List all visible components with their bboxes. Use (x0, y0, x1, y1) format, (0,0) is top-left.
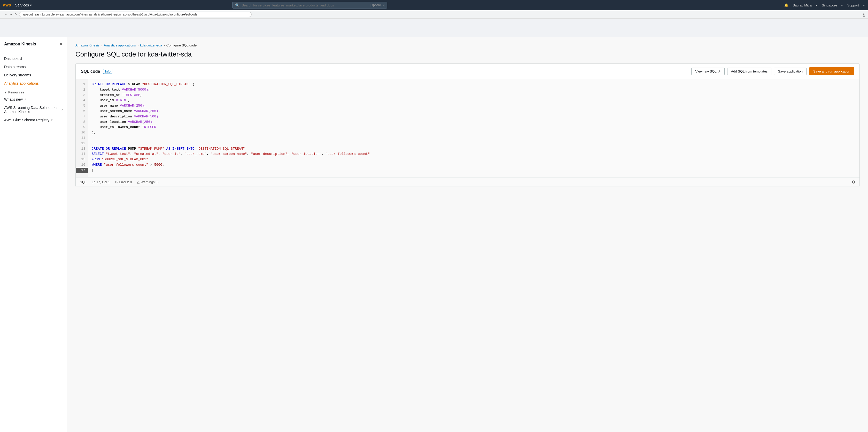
sidebar-resources-section: ▼ Resources (0, 88, 67, 95)
services-menu-button[interactable]: Services ▾ (15, 3, 32, 7)
region-chevron-icon: ▾ (841, 3, 843, 7)
sidebar-dashboard-label: Dashboard (4, 57, 22, 61)
browser-nav-arrows[interactable]: ← → ↻ (4, 13, 17, 16)
breadcrumb-sep-1: › (101, 43, 102, 47)
breadcrumb: Amazon Kinesis › Analytics applications … (75, 43, 860, 47)
code-line-11 (92, 135, 856, 141)
search-input[interactable] (242, 3, 368, 7)
page-info-icon[interactable]: ℹ (863, 12, 865, 18)
code-content[interactable]: CREATE OR REPLACE STREAM "DESTINATION_SQ… (88, 79, 860, 177)
sidebar-item-aws-streaming[interactable]: AWS Streaming Data Solution for Amazon K… (0, 103, 67, 116)
support-chevron-icon: ▾ (863, 3, 865, 7)
breadcrumb-analytics[interactable]: Analytics applications (104, 43, 136, 47)
footer-warnings: △ Warnings: 0 (137, 180, 158, 184)
sidebar-title: Amazon Kinesis (4, 42, 36, 46)
add-sql-templates-button[interactable]: Add SQL from templates (727, 68, 772, 75)
editor-title-group: SQL code Info (81, 69, 113, 74)
footer-language: SQL (80, 180, 87, 184)
external-link-icon: ↗ (51, 119, 53, 122)
breadcrumb-kinesis[interactable]: Amazon Kinesis (75, 43, 99, 47)
support-menu[interactable]: Support (847, 3, 859, 7)
reload-icon[interactable]: ↻ (14, 13, 17, 16)
view-raw-sql-button[interactable]: View raw SQL ↗ (691, 68, 724, 75)
code-line-6: user_screen_name VARCHAR(256), (92, 109, 856, 114)
aws-logo[interactable]: aws (3, 3, 11, 7)
editor-footer: SQL Ln 17, Col 1 ⊘ Errors: 0 △ Warnings:… (76, 177, 860, 187)
nav-right-group: 🔔 Saurav Mitra ▾ Singapore ▾ Support ▾ (784, 3, 865, 7)
editor-title: SQL code (81, 69, 100, 74)
code-line-13: CREATE OR REPLACE PUMP "STREAM_PUMP" AS … (92, 146, 856, 152)
url-input[interactable]: ap-southeast-1.console.aws.amazon.com/ki… (19, 12, 252, 17)
settings-gear-icon[interactable]: ⚙ (852, 179, 855, 185)
save-run-application-button[interactable]: Save and run application (809, 67, 854, 75)
editor-header: SQL code Info View raw SQL ↗ Add SQL fro… (76, 64, 860, 79)
global-search-bar[interactable]: 🔍 [Option+S] (232, 2, 387, 8)
save-application-button[interactable]: Save application (774, 68, 806, 75)
sidebar-item-whats-new[interactable]: What's new ↗ (0, 95, 67, 103)
search-shortcut: [Option+S] (370, 3, 384, 7)
code-line-12 (92, 141, 856, 146)
code-line-17: | (92, 168, 856, 173)
breadcrumb-sep-3: › (163, 43, 164, 47)
code-editor[interactable]: 1 2 3 4 5 6 7 8 9 10 11 12 13 14 15 16 1 (76, 79, 860, 177)
code-line-3: created_at TIMESTAMP, (92, 93, 856, 98)
top-navigation: aws Services ▾ 🔍 [Option+S] 🔔 Saurav Mit… (0, 0, 868, 10)
sidebar-item-data-streams[interactable]: Data streams (0, 63, 67, 71)
code-line-16: WHERE "user_followers_count" > 5000; (92, 162, 856, 168)
editor-footer-left: SQL Ln 17, Col 1 ⊘ Errors: 0 △ Warnings:… (80, 180, 159, 184)
code-line-10: ); (92, 130, 856, 135)
editor-card: SQL code Info View raw SQL ↗ Add SQL fro… (75, 64, 860, 187)
external-link-icon: ↗ (60, 108, 63, 111)
code-line-2: tweet_text VARCHAR(5000), (92, 87, 856, 93)
page-title: Configure SQL code for kda-twitter-sda (75, 50, 860, 58)
code-line-14: SELECT "tweet_text", "created_at", "user… (92, 152, 856, 157)
external-link-icon: ↗ (24, 98, 26, 101)
sidebar: Amazon Kinesis ✕ Dashboard Data streams … (0, 37, 67, 432)
external-link-icon: ↗ (718, 69, 721, 73)
sidebar-data-streams-label: Data streams (4, 65, 26, 69)
region-menu[interactable]: Singapore (822, 3, 837, 7)
breadcrumb-app[interactable]: kda-twitter-sda (140, 43, 162, 47)
services-chevron-icon: ▾ (30, 3, 32, 7)
aws-logo-text: aws (3, 3, 11, 7)
breadcrumb-current: Configure SQL code (166, 43, 196, 47)
main-content: Amazon Kinesis › Analytics applications … (67, 37, 868, 432)
code-line-5: user_name VARCHAR(256), (92, 103, 856, 109)
code-line-4: user_id BIGINT, (92, 98, 856, 103)
error-icon: ⊘ (115, 180, 118, 184)
editor-actions: View raw SQL ↗ Add SQL from templates Sa… (691, 67, 854, 75)
forward-icon[interactable]: → (9, 13, 12, 16)
sidebar-item-glue-schema[interactable]: AWS Glue Schema Registry ↗ (0, 116, 67, 124)
code-line-8: user_location VARCHAR(256), (92, 120, 856, 125)
sidebar-close-button[interactable]: ✕ (59, 41, 63, 47)
line-numbers: 1 2 3 4 5 6 7 8 9 10 11 12 13 14 15 16 1 (76, 79, 88, 177)
sidebar-item-delivery-streams[interactable]: Delivery streams (0, 71, 67, 79)
footer-position: Ln 17, Col 1 (92, 180, 110, 184)
search-icon: 🔍 (235, 3, 240, 7)
info-badge[interactable]: Info (103, 69, 113, 74)
code-line-15: FROM "SOURCE_SQL_STREAM_001" (92, 157, 856, 162)
code-line-7: user_description VARCHAR(500), (92, 114, 856, 120)
sidebar-delivery-streams-label: Delivery streams (4, 73, 31, 77)
code-line-1: CREATE OR REPLACE STREAM "DESTINATION_SQ… (92, 82, 856, 87)
warning-icon: △ (137, 180, 140, 184)
footer-errors: ⊘ Errors: 0 (115, 180, 132, 184)
sidebar-header: Amazon Kinesis ✕ (0, 41, 67, 52)
chevron-down-icon: ▼ (4, 91, 7, 94)
sidebar-item-analytics-applications[interactable]: Analytics applications (0, 79, 67, 88)
browser-url-bar: ← → ↻ ap-southeast-1.console.aws.amazon.… (0, 10, 868, 19)
sidebar-analytics-label: Analytics applications (4, 81, 39, 86)
user-chevron-icon: ▾ (816, 3, 817, 7)
main-layout: Amazon Kinesis ✕ Dashboard Data streams … (0, 37, 868, 432)
back-icon[interactable]: ← (4, 13, 7, 16)
services-label: Services (15, 3, 29, 7)
breadcrumb-sep-2: › (137, 43, 138, 47)
user-menu[interactable]: Saurav Mitra (793, 3, 812, 7)
sidebar-item-dashboard[interactable]: Dashboard (0, 55, 67, 63)
code-line-9: user_followers_count INTEGER (92, 125, 856, 130)
notifications-bell-icon[interactable]: 🔔 (784, 3, 788, 7)
